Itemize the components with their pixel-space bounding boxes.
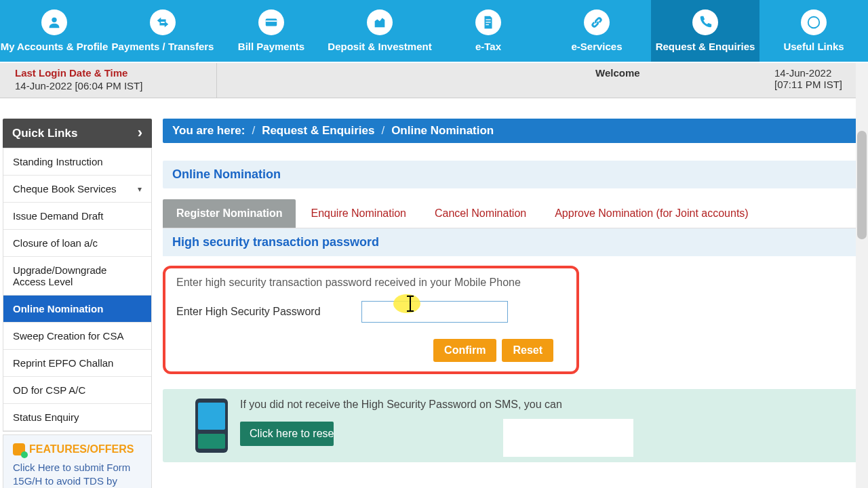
sidebar-item-closure-loan[interactable]: Closure of loan a/c [3,230,151,257]
card-icon [258,9,284,35]
sidebar: Quick Links Standing Instruction Cheque … [3,119,152,488]
nav-eservices[interactable]: e-Services [542,0,651,62]
nav-useful-links[interactable]: Useful Links [760,0,868,62]
nomination-tabs: Register Nomination Enquire Nomination C… [163,199,863,228]
quick-links-list: Standing Instruction Cheque Book Service… [3,148,152,432]
features-title-text: FEATURES/OFFERS [29,443,134,455]
sidebar-item-od-csp[interactable]: OD for CSP A/C [3,377,151,404]
sidebar-item-cheque-book[interactable]: Cheque Book Services [3,176,151,203]
svg-rect-2 [266,20,277,22]
now-date: 14-Jun-2022 [774,67,860,79]
features-link[interactable]: Click Here to submit Form 15G/H to avoid… [13,461,142,488]
resend-text: If you did not receive the High Security… [240,399,850,411]
sidebar-item-upgrade-access[interactable]: Upgrade/Downgrade Access Level [3,257,151,296]
phone-icon [692,9,718,35]
button-row: Confirm Reset [176,339,566,362]
svg-rect-5 [486,24,489,25]
nav-label: Bill Payments [238,41,304,52]
info-bar: Last Login Date & Time 14-Jun-2022 [06:0… [0,63,868,98]
invest-icon [367,9,393,35]
nav-label: Request & Enquiries [656,41,755,52]
now-time: [07:11 PM IST] [774,79,860,90]
scrollbar-track[interactable] [856,63,868,488]
nav-request-enquiries[interactable]: Request & Enquiries [651,0,760,62]
svg-point-6 [808,17,820,28]
confirm-button[interactable]: Confirm [433,339,496,362]
sidebar-item-status-enquiry[interactable]: Status Enquiry [3,404,151,431]
welcome-label: Welcome [583,63,766,98]
chevron-right-icon [138,125,142,141]
scrollbar-thumb[interactable] [857,131,867,239]
svg-point-0 [52,18,56,22]
link-icon [584,9,610,35]
otp-instruction: Enter high security transaction password… [176,277,566,289]
nav-label: e-Services [571,41,622,52]
quick-links-title: Quick Links [12,127,77,140]
overlay-mask [503,419,633,457]
tab-enquire-nomination[interactable]: Enquire Nomination [297,199,420,228]
svg-rect-1 [266,19,277,26]
tag-icon [13,443,25,455]
person-icon [41,9,67,35]
resend-button[interactable]: Click here to resend [240,422,334,446]
sidebar-item-demand-draft[interactable]: Issue Demand Draft [3,203,151,230]
breadcrumb-page[interactable]: Online Nomination [391,124,494,138]
sidebar-item-standing-instruction[interactable]: Standing Instruction [3,148,151,176]
tab-cancel-nomination[interactable]: Cancel Nomination [421,199,540,228]
nav-label: Deposit & Investment [328,41,431,52]
page-title: Online Nomination [163,161,863,188]
resend-card: If you did not receive the High Security… [163,389,863,462]
reset-button[interactable]: Reset [502,339,553,362]
breadcrumb-section[interactable]: Request & Enquiries [262,124,374,138]
last-login-block: Last Login Date & Time 14-Jun-2022 [06:0… [0,63,217,98]
nav-label: e-Tax [475,41,501,52]
sidebar-item-online-nomination[interactable]: Online Nomination [3,296,151,323]
svg-rect-3 [486,19,490,20]
spacer [217,63,583,98]
nav-payments[interactable]: Payments / Transfers [108,0,217,62]
current-time-block: 14-Jun-2022 [07:11 PM IST] [766,63,868,98]
otp-row: Enter High Security Password [176,301,566,323]
nav-label: Payments / Transfers [112,41,214,52]
otp-box: Enter high security transaction password… [163,266,579,374]
section-subtitle: High security transaction password [163,228,863,256]
nav-bill-payments[interactable]: Bill Payments [217,0,326,62]
nav-my-accounts[interactable]: My Accounts & Profile [0,0,108,62]
mobile-phone-icon [195,399,228,453]
sidebar-item-reprint-epfo[interactable]: Reprint EPFO Challan [3,350,151,377]
breadcrumb-prefix: You are here: [172,124,245,138]
nav-deposit[interactable]: Deposit & Investment [326,0,434,62]
tab-register-nomination[interactable]: Register Nomination [163,199,296,228]
transfer-icon [150,9,176,35]
top-nav: My Accounts & Profile Payments / Transfe… [0,0,868,63]
nav-label: My Accounts & Profile [1,41,108,52]
last-login-value: 14-Jun-2022 [06:04 PM IST] [15,80,201,92]
high-security-password-input[interactable] [361,301,508,323]
nav-label: Useful Links [783,41,844,52]
sidebar-item-sweep-csa[interactable]: Sweep Creation for CSA [3,323,151,350]
breadcrumb-sep: / [252,124,255,138]
tab-approve-nomination[interactable]: Approve Nomination (for Joint accounts) [541,199,762,228]
doc-icon [475,9,501,35]
breadcrumb-sep: / [381,124,384,138]
last-login-title: Last Login Date & Time [15,67,201,79]
svg-rect-4 [486,22,490,22]
compass-icon [801,9,827,35]
nav-etax[interactable]: e-Tax [434,0,542,62]
breadcrumb: You are here: / Request & Enquiries / On… [163,119,863,143]
quick-links-header[interactable]: Quick Links [3,119,152,148]
features-offers-box: FEATURES/OFFERS Click Here to submit For… [3,434,152,488]
features-title: FEATURES/OFFERS [13,443,142,455]
otp-label: Enter High Security Password [176,306,321,318]
main-content: You are here: / Request & Enquiries / On… [152,119,868,488]
